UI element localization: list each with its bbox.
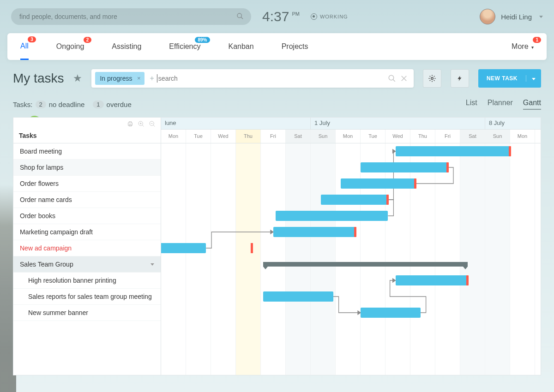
title-row: My tasks ★ In progress × + NEW TASK [0, 60, 554, 93]
gantt-bar[interactable] [276, 211, 388, 221]
gantt-tools [126, 120, 156, 128]
task-row[interactable]: Marketing campaign draft [13, 224, 161, 240]
tasks-label: Tasks: [13, 101, 33, 108]
filter-search-input[interactable] [157, 74, 386, 83]
gear-icon [428, 74, 436, 83]
tab-badge: 2 [84, 37, 92, 43]
filter-chip-label: In progress [100, 75, 132, 82]
avatar [480, 9, 495, 24]
gantt-bar[interactable] [263, 291, 333, 302]
view-list[interactable]: List [466, 99, 477, 110]
tab-kanban[interactable]: Kanban [229, 34, 254, 59]
plus-icon[interactable]: + [150, 74, 154, 83]
view-switch: List Planner Gantt [466, 99, 541, 110]
gantt-bar[interactable] [161, 243, 206, 253]
task-row[interactable]: New ad campaign [13, 240, 161, 256]
svg-line-1 [241, 17, 243, 19]
gantt-chart-area[interactable] [161, 143, 541, 375]
tasks-header-label: Tasks [19, 132, 37, 139]
user-name: Heidi Ling [501, 13, 532, 21]
gantt-bars [161, 143, 541, 375]
zoom-in-icon[interactable] [138, 120, 145, 128]
day-label: Tue [186, 130, 211, 143]
gantt-bar[interactable] [341, 178, 416, 189]
zoom-out-icon[interactable] [149, 120, 156, 128]
quick-action-button[interactable] [451, 69, 469, 88]
task-list: Board meetingShop for lampsOrder flowers… [13, 143, 161, 375]
day-label: Tue [361, 130, 385, 143]
close-icon[interactable] [400, 74, 408, 83]
tab-label: Assisting [112, 42, 141, 50]
tab-ongoing[interactable]: Ongoing 2 [56, 34, 84, 59]
tab-projects[interactable]: Projects [282, 34, 308, 59]
svg-rect-8 [129, 122, 131, 123]
gantt-bar[interactable] [273, 227, 355, 237]
task-row[interactable]: Order name cards [13, 192, 161, 208]
task-row[interactable]: Order books [13, 208, 161, 224]
overdue-count[interactable]: 1 [93, 101, 103, 108]
svg-point-6 [431, 77, 434, 80]
group-bar[interactable] [263, 262, 468, 267]
filter-chip-in-progress[interactable]: In progress × [95, 72, 144, 85]
tab-all[interactable]: All 3 [20, 34, 29, 60]
svg-point-0 [237, 13, 241, 18]
task-name: Marketing campaign draft [20, 228, 93, 236]
working-status[interactable]: WORKING [311, 13, 348, 20]
svg-line-3 [393, 79, 395, 82]
gantt-bar[interactable] [321, 195, 388, 205]
tab-label: Projects [282, 42, 308, 50]
task-row[interactable]: Shop for lamps [13, 160, 161, 176]
task-group-row[interactable]: Sales Team Group [13, 256, 161, 273]
search-icon[interactable] [388, 74, 396, 83]
task-name: High resolution banner printing [28, 277, 116, 284]
gantt-bar[interactable] [361, 308, 421, 318]
deadline-marker [414, 178, 416, 189]
day-label: Fri [261, 130, 286, 143]
tab-efficiency[interactable]: Efficiency 89% [169, 34, 200, 59]
gantt-bar[interactable] [361, 162, 448, 172]
tab-badge: 3 [28, 36, 36, 42]
new-task-dropdown[interactable] [526, 75, 541, 82]
deadline-marker [354, 227, 356, 237]
new-task-button[interactable]: NEW TASK [478, 69, 541, 88]
task-name: Order name cards [20, 196, 72, 203]
day-label: Sat [286, 130, 311, 143]
gantt-bar[interactable] [396, 275, 468, 285]
task-column-header: Tasks [13, 118, 161, 143]
deadline-marker [509, 146, 511, 156]
print-icon[interactable] [126, 120, 134, 128]
task-row[interactable]: Order flowers [13, 176, 161, 192]
task-row[interactable]: High resolution banner printing [13, 273, 161, 289]
gantt-bar[interactable] [396, 146, 510, 156]
top-bar: 4:37 PM WORKING Heidi Ling [0, 0, 554, 33]
no-deadline-count[interactable]: 2 [36, 101, 46, 108]
view-planner[interactable]: Planner [488, 99, 513, 110]
task-row[interactable]: Sales reports for sales team group meeti… [13, 289, 161, 305]
day-label: Thu [410, 130, 435, 143]
settings-button[interactable] [423, 69, 441, 88]
tab-label: All [20, 42, 29, 50]
user-menu[interactable]: Heidi Ling [480, 9, 543, 24]
day-label: Sun [311, 130, 336, 143]
svg-point-2 [389, 75, 394, 80]
chevron-down-icon[interactable] [151, 263, 154, 266]
task-name: Sales Team Group [20, 261, 73, 268]
task-row[interactable]: New summer banner [13, 305, 161, 321]
summary-row: Tasks: 2 no deadline 1 overdue List Plan… [0, 93, 554, 117]
day-row: MonTueWedThuFriSatSunMonTueWedThuFriSatS… [161, 130, 541, 143]
task-row[interactable]: Board meeting [13, 143, 161, 160]
lightning-icon [457, 74, 463, 83]
day-label: Tue [535, 130, 541, 143]
day-label: Fri [435, 130, 460, 143]
chevron-down-icon: ▾ [531, 45, 534, 50]
day-label: Mon [336, 130, 361, 143]
tab-assisting[interactable]: Assisting [112, 34, 141, 59]
close-icon[interactable]: × [137, 75, 141, 82]
task-name: Shop for lamps [20, 164, 63, 171]
view-gantt[interactable]: Gantt [523, 99, 541, 110]
tab-more[interactable]: More ▾ 1 [512, 34, 534, 59]
star-icon[interactable]: ★ [73, 72, 82, 84]
task-name: Order flowers [20, 180, 59, 187]
global-search-input[interactable] [11, 8, 251, 25]
deadline-marker [386, 195, 389, 205]
